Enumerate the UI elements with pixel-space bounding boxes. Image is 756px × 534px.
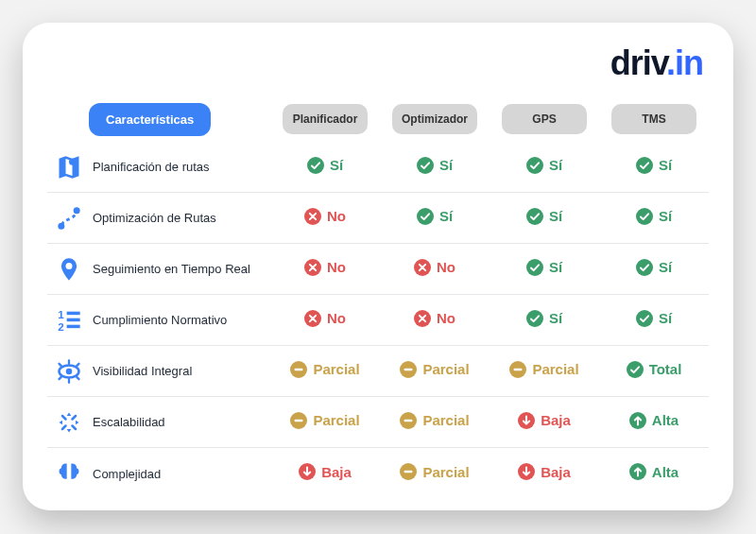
status-no: No (304, 310, 346, 327)
status-label: No (327, 259, 346, 275)
status-no: No (304, 259, 346, 276)
partial-icon (400, 361, 417, 378)
status-label: Sí (549, 208, 562, 224)
status-label: Baja (321, 464, 352, 480)
status-label: No (327, 310, 346, 326)
status-label: Alta (652, 412, 679, 428)
table-cell: No (270, 208, 380, 229)
table-cell: Sí (380, 208, 490, 229)
svg-rect-41 (404, 471, 413, 473)
status-label: Sí (439, 208, 453, 224)
brand-logo: driv.in (47, 43, 709, 83)
svg-point-8 (417, 208, 434, 225)
brand-name-a: driv (610, 43, 666, 82)
no-icon (414, 310, 431, 327)
status-partial: Parcial (290, 361, 359, 378)
yes-icon (636, 310, 653, 327)
feature-label: Cumplimiento Normativo (93, 313, 227, 327)
column-header-tms: TMS (611, 104, 696, 134)
status-label: Sí (549, 310, 562, 326)
partial-icon (509, 361, 526, 378)
table-cell: Parcial (380, 361, 490, 382)
svg-point-32 (627, 361, 644, 378)
feature-label: Escalabilidad (93, 415, 165, 429)
table-row: 12Cumplimiento NormativoNoNoSíSí (47, 295, 709, 346)
pin-icon (55, 255, 83, 284)
table-cell: Parcial (270, 361, 380, 382)
column-header-gps: GPS (502, 104, 587, 134)
low-icon (518, 463, 535, 480)
no-icon (414, 259, 431, 276)
svg-rect-18 (67, 318, 80, 321)
table-row: Seguimiento en Tiempo RealNoNoSíSí (47, 244, 709, 295)
svg-rect-31 (514, 368, 523, 370)
table-row: Optimización de RutasNoSíSíSí (47, 193, 709, 244)
feature-label: Seguimiento en Tiempo Real (93, 262, 250, 276)
svg-rect-19 (67, 324, 80, 328)
status-partial: Parcial (400, 463, 469, 480)
status-no: No (414, 310, 455, 327)
scale-icon (55, 408, 83, 437)
status-total: Total (627, 361, 682, 378)
svg-rect-36 (404, 419, 413, 421)
table-cell: Sí (599, 259, 709, 280)
table-cell: No (380, 310, 490, 331)
yes-icon (526, 310, 543, 327)
svg-rect-29 (404, 368, 413, 370)
status-label: Parcial (422, 361, 469, 377)
status-yes: Sí (636, 208, 672, 225)
status-label: Parcial (313, 361, 359, 377)
status-label: Sí (330, 157, 343, 173)
status-low: Baja (299, 463, 352, 480)
status-label: No (437, 259, 455, 275)
partial-icon (290, 361, 307, 378)
svg-point-6 (74, 207, 80, 214)
status-partial: Parcial (400, 412, 469, 429)
svg-point-14 (636, 259, 653, 276)
status-yes: Sí (636, 310, 672, 327)
status-yes: Sí (307, 157, 343, 174)
status-no: No (304, 208, 346, 225)
svg-rect-34 (295, 419, 303, 421)
table-cell: Parcial (380, 463, 490, 484)
status-low: Baja (518, 463, 571, 480)
status-yes: Sí (526, 259, 562, 276)
yes-icon (526, 208, 543, 225)
status-label: Sí (659, 259, 672, 275)
status-label: Sí (659, 157, 672, 173)
table-cell: Sí (599, 157, 709, 178)
status-partial: Parcial (400, 361, 469, 378)
status-yes: Sí (636, 157, 672, 174)
total-icon (627, 361, 644, 378)
low-icon (299, 463, 316, 480)
high-icon (629, 463, 646, 480)
table-cell: Parcial (270, 412, 380, 433)
high-icon (629, 412, 646, 429)
brand-name-b: .in (666, 43, 703, 82)
status-yes: Sí (526, 310, 562, 327)
status-partial: Parcial (290, 412, 359, 429)
table-cell: Sí (380, 157, 490, 178)
yes-icon (307, 157, 324, 174)
status-label: Parcial (313, 412, 359, 428)
comparison-card: driv.in Características Planificador Opt… (23, 23, 733, 510)
table-cell: Baja (270, 463, 380, 484)
yes-icon (526, 259, 543, 276)
table-cell: Sí (490, 310, 599, 331)
map-icon (55, 153, 83, 181)
table-cell: Sí (490, 157, 599, 178)
table-cell: Sí (270, 157, 380, 178)
no-icon (304, 310, 321, 327)
yes-icon (636, 259, 653, 276)
feature-label: Visibilidad Integral (93, 364, 192, 378)
svg-point-22 (526, 310, 543, 327)
table-cell: Baja (490, 463, 599, 484)
status-label: Baja (541, 412, 571, 428)
yes-icon (636, 157, 653, 174)
table-row: Visibilidad IntegralParcialParcialParcia… (47, 346, 709, 397)
status-label: Sí (549, 259, 562, 275)
status-label: Parcial (532, 361, 578, 377)
status-label: Total (649, 361, 682, 377)
features-column-header: Características (89, 103, 211, 136)
table-cell: Alta (599, 412, 709, 433)
